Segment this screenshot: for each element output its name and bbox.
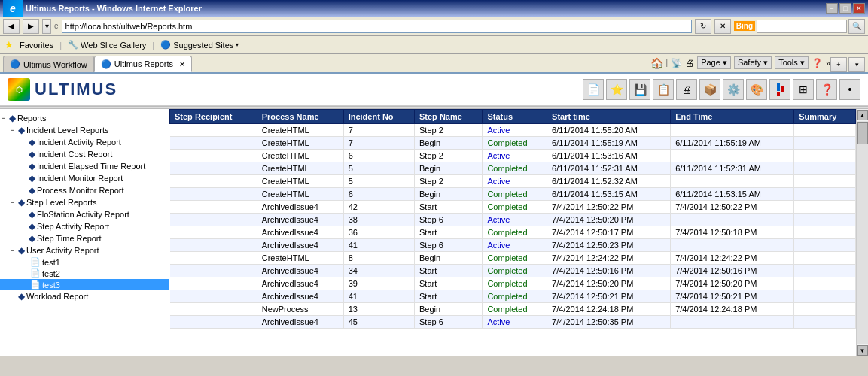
tree-item-incident-monitor[interactable]: ◆ Incident Monitor Report	[0, 172, 169, 184]
table-row[interactable]: CreateHTML8BeginCompleted7/4/2014 12:24:…	[170, 252, 856, 265]
table-cell	[170, 239, 257, 252]
tool-document[interactable]: 📄	[583, 79, 604, 100]
tab-actions[interactable]: + ▾	[830, 57, 865, 72]
toggle-reports[interactable]: −	[2, 114, 9, 122]
refresh-button[interactable]: ↻	[695, 19, 711, 34]
window-controls[interactable]: − □ ✕	[826, 3, 865, 14]
table-row[interactable]: CreateHTML6Step 2Active6/11/2014 11:53:1…	[170, 150, 856, 162]
tool-settings[interactable]: ⚙️	[723, 79, 744, 100]
tab-close-button[interactable]: ✕	[179, 60, 185, 68]
table-row[interactable]: CreateHTML7BeginCompleted6/11/2014 11:55…	[170, 137, 856, 150]
tree-item-test3[interactable]: 📄 test3	[0, 279, 169, 290]
toggle-user-activity[interactable]: −	[11, 247, 18, 254]
page-btn[interactable]: Page ▾	[697, 56, 731, 69]
more-icon[interactable]: »	[826, 59, 830, 68]
feed-icon[interactable]: 📡	[671, 58, 682, 68]
forward-button[interactable]: ▶	[23, 19, 39, 34]
col-header-end: End Time	[671, 110, 794, 124]
table-row[interactable]: ArchivedIssue439StartCompleted7/4/2014 1…	[170, 277, 856, 290]
table-cell	[170, 214, 257, 226]
tool-save[interactable]: 💾	[629, 79, 650, 100]
tree-item-incident-level[interactable]: − ◆ Incident Level Reports	[0, 124, 169, 136]
label-step-activity: Step Activity Report	[37, 222, 109, 231]
toggle-step-level[interactable]: −	[11, 199, 18, 206]
table-cell: 8	[343, 252, 414, 265]
stop-button[interactable]: ✕	[714, 19, 731, 34]
tool-chart[interactable]	[769, 79, 790, 100]
table-row[interactable]: ArchivedIssue445Step 6Active7/4/2014 12:…	[170, 316, 856, 329]
table-row[interactable]: CreateHTML6BeginCompleted6/11/2014 11:53…	[170, 188, 856, 201]
fav-item-webslice[interactable]: 🔧 Web Slice Gallery	[68, 40, 146, 50]
scroll-down-button[interactable]: ▼	[857, 345, 868, 356]
tree-item-step-level[interactable]: − ◆ Step Level Reports	[0, 196, 169, 208]
tool-grid[interactable]: ⊞	[793, 79, 814, 100]
help-icon[interactable]: ❓	[812, 58, 823, 68]
tree-item-process-monitor[interactable]: ◆ Process Monitor Report	[0, 184, 169, 196]
minimize-button[interactable]: −	[826, 3, 838, 14]
icon-test2: 📄	[30, 268, 41, 278]
table-cell	[671, 214, 794, 226]
tree-item-flostation[interactable]: ◆ FloStation Activity Report	[0, 208, 169, 220]
tree-item-user-activity[interactable]: − ◆ User Activity Report	[0, 244, 169, 256]
table-cell: Step 6	[415, 214, 483, 226]
table-row[interactable]: ArchivedIssue441Step 6Active7/4/2014 12:…	[170, 239, 856, 252]
tree-item-test1[interactable]: 📄 test1	[0, 256, 169, 268]
tree-item-test2[interactable]: 📄 test2	[0, 268, 169, 279]
table-row[interactable]: ArchivedIssue438Step 6Active7/4/2014 12:…	[170, 214, 856, 226]
favorites-bar: ★ Favorites | 🔧 Web Slice Gallery | 🔵 Su…	[0, 36, 868, 54]
tool-favorite[interactable]: ⭐	[606, 79, 627, 100]
address-input[interactable]	[62, 20, 692, 33]
new-tab-button[interactable]: +	[830, 57, 847, 72]
tool-print[interactable]: 🖨	[676, 79, 697, 100]
tools-btn[interactable]: Tools ▾	[775, 56, 809, 69]
tree-item-step-time[interactable]: ◆ Step Time Report	[0, 232, 169, 244]
label-step-level: Step Level Reports	[26, 198, 97, 207]
table-row[interactable]: ArchivedIssue436StartCompleted7/4/2014 1…	[170, 226, 856, 239]
tool-copy[interactable]: 📋	[653, 79, 674, 100]
tree-item-reports[interactable]: − ◆ Reports	[0, 112, 169, 124]
scroll-up-button[interactable]: ▲	[857, 110, 868, 120]
tree-item-incident-cost[interactable]: ◆ Incident Cost Report	[0, 148, 169, 160]
icon-step-activity: ◆	[29, 221, 35, 232]
home-icon[interactable]: 🏠	[650, 57, 663, 69]
suggested-dropdown-icon: ▾	[236, 41, 239, 48]
fav-item-suggested[interactable]: 🔵 Suggested Sites ▾	[160, 40, 239, 50]
tree-item-workload[interactable]: ◆ Workload Report	[0, 290, 169, 302]
tool-package[interactable]: 📦	[699, 79, 720, 100]
scroll-thumb[interactable]	[857, 122, 868, 144]
table-row[interactable]: ArchivedIssue434StartCompleted7/4/2014 1…	[170, 265, 856, 277]
table-row[interactable]: NewProcess13BeginCompleted7/4/2014 12:24…	[170, 303, 856, 316]
table-cell	[794, 201, 856, 214]
table-row[interactable]: ArchivedIssue441StartCompleted7/4/2014 1…	[170, 290, 856, 303]
tab-reports[interactable]: 🔵 Ultimus Reports ✕	[94, 56, 192, 72]
tab-workflow[interactable]: 🔵 Ultimus Workflow	[3, 56, 94, 72]
table-row[interactable]: ArchivedIssue442StartCompleted7/4/2014 1…	[170, 201, 856, 214]
close-button[interactable]: ✕	[853, 3, 865, 14]
table-row[interactable]: CreateHTML5BeginCompleted6/11/2014 11:52…	[170, 162, 856, 175]
tool-palette[interactable]: 🎨	[746, 79, 767, 100]
tab-reports-icon: 🔵	[101, 59, 111, 69]
safety-btn[interactable]: Safety ▾	[734, 56, 772, 69]
search-input[interactable]	[757, 20, 847, 33]
dropdown-button[interactable]: ▾	[42, 19, 51, 34]
table-cell: Completed	[483, 303, 547, 316]
scrollbar[interactable]: ▲ ▼	[856, 109, 868, 356]
table-cell: Completed	[483, 252, 547, 265]
print-icon[interactable]: 🖨	[685, 58, 694, 68]
favorites-label[interactable]: Favorites	[20, 41, 53, 50]
tree-item-step-activity[interactable]: ◆ Step Activity Report	[0, 220, 169, 232]
table-row[interactable]: CreateHTML7Step 2Active6/11/2014 11:55:2…	[170, 124, 856, 137]
table-row[interactable]: CreateHTML5Step 2Active6/11/2014 11:52:3…	[170, 175, 856, 188]
maximize-button[interactable]: □	[839, 3, 851, 14]
table-cell: Step 2	[415, 150, 483, 162]
back-button[interactable]: ◀	[3, 19, 20, 34]
search-button[interactable]: 🔍	[848, 19, 865, 34]
tool-more[interactable]: •	[839, 79, 860, 100]
icon-user-activity: ◆	[18, 245, 25, 256]
tool-help[interactable]: ❓	[816, 79, 837, 100]
table-cell: Start	[415, 201, 483, 214]
tree-item-incident-elapsed[interactable]: ◆ Incident Elapsed Time Report	[0, 160, 169, 172]
toggle-incident-level[interactable]: −	[11, 126, 18, 134]
tab-list-button[interactable]: ▾	[848, 57, 865, 72]
tree-item-incident-activity[interactable]: ◆ Incident Activity Report	[0, 136, 169, 148]
